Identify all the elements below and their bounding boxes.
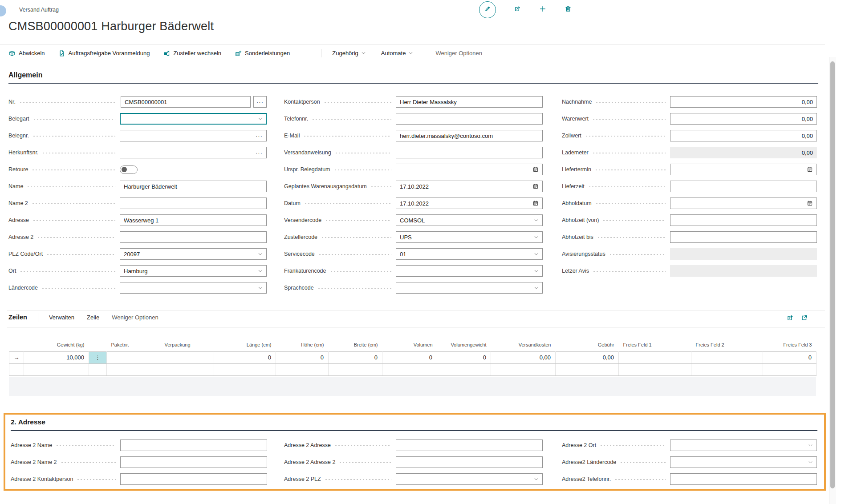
nachnahme-input[interactable]: 0,00 (670, 96, 817, 108)
calendar-icon[interactable] (532, 183, 539, 190)
cell-volumengewicht[interactable]: 0 (437, 351, 491, 363)
cell-gebuhr[interactable]: 0,00 (556, 351, 619, 363)
lookup-button[interactable]: ··· (253, 96, 267, 108)
col-header-freies-feld-3[interactable]: Freies Feld 3 (763, 327, 817, 351)
geplantes-warenausgangsdatum-input[interactable]: 17.10.2022 (396, 181, 543, 192)
cell-volumen[interactable] (382, 363, 437, 375)
cell-breite-cm[interactable] (329, 363, 382, 375)
chevron-down-icon[interactable] (808, 460, 813, 465)
cell-freies-feld-3[interactable] (763, 363, 817, 375)
adresse-2-input[interactable] (120, 231, 267, 243)
abholdatum-input[interactable] (670, 198, 817, 209)
lademeter-input[interactable]: 0,00 (670, 147, 817, 158)
cell-freies-feld-1[interactable] (619, 351, 691, 363)
herkunftsnr-input[interactable]: ··· (120, 147, 267, 158)
col-header-versandkosten[interactable]: Versandkosten (491, 327, 556, 351)
action-auftragsfreigabe-voranmeldung[interactable]: Auftragsfreigabe Voranmeldung (58, 50, 150, 57)
adresse-2-ort-input[interactable] (670, 439, 817, 451)
calendar-icon[interactable] (532, 166, 539, 173)
cell-hohe-cm[interactable]: 0 (276, 351, 329, 363)
adresse-2-name-2-input[interactable] (120, 456, 267, 468)
chevron-down-icon[interactable] (534, 269, 539, 274)
row-selector-cell[interactable] (9, 363, 24, 375)
cell-paketnr[interactable] (107, 363, 160, 375)
cell-lange-cm[interactable]: 0 (214, 351, 276, 363)
col-header-freies-feld-2[interactable]: Freies Feld 2 (691, 327, 763, 351)
zollwert-input[interactable]: 0,00 (670, 130, 817, 141)
chevron-down-icon[interactable] (258, 117, 263, 121)
plz-code-ort-input[interactable]: 20097 (120, 248, 267, 260)
delete-button[interactable] (564, 6, 572, 14)
section-title-allgemein[interactable]: Allgemein (8, 71, 42, 79)
lines-section-title[interactable]: Zeilen (8, 314, 27, 321)
urspr-belegdatum-input[interactable] (396, 164, 543, 175)
col-header-gewicht-kg[interactable]: Gewicht (kg) (24, 327, 89, 351)
col-header-freies-feld-1[interactable]: Freies Feld 1 (619, 327, 691, 351)
sprachcode-input[interactable] (396, 282, 543, 294)
lines-toolbar-zeile[interactable]: Zeile (87, 314, 99, 321)
adresse-2-adresse-input[interactable] (396, 439, 543, 451)
calendar-icon[interactable] (807, 166, 813, 173)
edit-button[interactable] (479, 1, 496, 18)
cell-volumengewicht[interactable] (437, 363, 491, 375)
adresse-2-plz-input[interactable] (396, 473, 543, 485)
chevron-down-icon[interactable] (258, 252, 263, 257)
cell-paketnr[interactable] (107, 351, 160, 363)
chevron-down-icon[interactable] (534, 235, 539, 240)
cell-gebuhr[interactable] (556, 363, 619, 375)
col-header-cell-menu[interactable] (89, 327, 107, 351)
action-abwickeln[interactable]: Abwickeln (8, 50, 45, 57)
cell-hohe-cm[interactable] (276, 363, 329, 375)
cell-gewicht-kg[interactable] (24, 363, 89, 375)
cell-breite-cm[interactable]: 0 (329, 351, 382, 363)
chevron-down-icon[interactable] (808, 443, 813, 448)
cell-versandkosten[interactable] (491, 363, 556, 375)
action-sonderleistungen[interactable]: Sonderleistungen (235, 50, 290, 57)
frankaturencode-input[interactable] (396, 265, 543, 277)
row-selector-cell[interactable]: → (9, 351, 24, 363)
cell-menu-button[interactable]: ⋮ (89, 351, 107, 363)
cell-gewicht-kg[interactable]: 10,000 (24, 351, 89, 363)
cell-freies-feld-2[interactable] (691, 363, 763, 375)
warenwert-input[interactable]: 0,00 (670, 113, 817, 125)
adresse2-landercode-input[interactable] (670, 456, 817, 468)
adresse-2-adresse-2-input[interactable] (396, 456, 543, 468)
col-header-gebuhr[interactable]: Gebühr (556, 327, 619, 351)
col-header-hohe-cm[interactable]: Höhe (cm) (276, 327, 329, 351)
cell-freies-feld-3[interactable]: 0 (763, 351, 817, 363)
kontaktperson-input[interactable]: Herr Dieter Massalsky (396, 96, 543, 108)
avisierungsstatus-input[interactable] (670, 248, 817, 260)
col-header-volumen[interactable]: Volumen (382, 327, 437, 351)
action-zusteller-wechseln[interactable]: Zusteller wechseln (163, 50, 221, 57)
landercode-input[interactable] (120, 282, 267, 294)
cell-versandkosten[interactable]: 0,00 (491, 351, 556, 363)
menu-automate[interactable]: Automate (381, 50, 414, 56)
chevron-down-icon[interactable] (534, 252, 539, 257)
nr-input[interactable]: CMSB00000001 (121, 96, 251, 108)
abholzeit-bis-input[interactable] (670, 231, 817, 243)
share-button[interactable] (513, 6, 521, 14)
cell-freies-feld-1[interactable] (619, 363, 691, 375)
col-header-paketnr[interactable]: Paketnr. (107, 327, 160, 351)
chevron-down-icon[interactable] (258, 269, 263, 274)
name-2-input[interactable] (120, 198, 267, 209)
chevron-down-icon[interactable] (534, 286, 539, 290)
col-header-lange-cm[interactable]: Länge (cm) (214, 327, 276, 351)
cell-volumen[interactable]: 0 (382, 351, 437, 363)
adresse2-telefonnr-input[interactable] (670, 473, 817, 485)
adresse-2-name-input[interactable] (120, 439, 267, 451)
datum-input[interactable]: 17.10.2022 (396, 198, 543, 209)
telefonnr-input[interactable] (396, 113, 543, 125)
belegnr-input[interactable]: ··· (120, 130, 267, 141)
less-options-button[interactable]: Weniger Optionen (435, 50, 482, 56)
name-input[interactable]: Harburger Bäderwelt (120, 181, 267, 192)
versendercode-input[interactable]: COMSOL (396, 214, 543, 226)
chevron-down-icon[interactable] (258, 286, 263, 290)
calendar-icon[interactable] (807, 200, 813, 206)
chevron-down-icon[interactable] (534, 218, 539, 223)
cell-verpackung[interactable] (160, 363, 214, 375)
col-header-verpackung[interactable]: Verpackung (160, 327, 214, 351)
vertical-scrollbar-thumb[interactable] (830, 61, 835, 488)
share-icon[interactable] (786, 314, 794, 322)
section-title-address2[interactable]: 2. Adresse (11, 418, 45, 426)
